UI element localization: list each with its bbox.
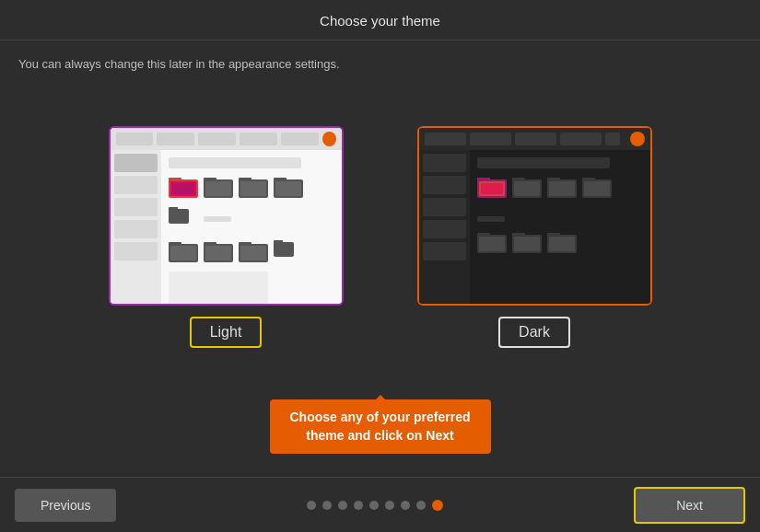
dark-folder2 <box>547 174 577 200</box>
dark-folder3 <box>582 174 612 200</box>
dot-9-active <box>432 500 443 511</box>
dark-file-row-2 <box>477 229 643 255</box>
dark-theme-preview[interactable] <box>417 126 652 306</box>
folder-icon-small2 <box>274 238 303 264</box>
pagination-dots <box>307 500 443 511</box>
svg-rect-20 <box>205 246 231 260</box>
dark-folder6 <box>547 229 577 255</box>
tab3 <box>198 133 236 145</box>
dot-4 <box>354 501 363 510</box>
tab5 <box>281 133 319 145</box>
dot-7 <box>401 501 410 510</box>
folder-icon-dark2 <box>204 238 233 264</box>
address-bar <box>169 157 301 168</box>
dark-label-text: Dark <box>519 324 550 340</box>
file-row-2 <box>169 238 334 264</box>
dark-sidebar-item <box>423 242 466 260</box>
folder-icon-dark2 <box>169 238 198 264</box>
dark-sidebar-item <box>423 176 466 194</box>
dark-sidebar-item <box>423 154 466 172</box>
folder-icon-dark <box>274 174 303 200</box>
dot-3 <box>338 501 347 510</box>
dark-sidebar-item <box>423 220 466 238</box>
light-theme-label: Light <box>190 317 263 348</box>
page-title: Choose your theme <box>0 0 760 40</box>
chevron-icon <box>605 133 620 145</box>
subtitle-text: You can always change this later in the … <box>18 57 340 71</box>
tooltip-box: Choose any of your preferred theme and c… <box>270 399 491 454</box>
sidebar-item <box>114 220 158 238</box>
svg-rect-35 <box>549 181 575 196</box>
svg-rect-32 <box>514 181 540 196</box>
tab2 <box>157 133 194 145</box>
bottom-bar: Previous Next <box>0 477 760 532</box>
tab1 <box>116 133 154 145</box>
folder-icon-dark <box>204 174 233 200</box>
dark-sidebar-item <box>423 198 466 216</box>
dark-tab3 <box>515 133 556 145</box>
sidebar-item <box>114 242 158 260</box>
dot-8 <box>416 501 426 510</box>
folder-icon-dark <box>239 174 268 200</box>
light-theme-option[interactable]: Light <box>109 126 344 348</box>
svg-rect-6 <box>205 181 231 196</box>
themes-container: Light <box>0 126 760 348</box>
sidebar-item <box>114 176 158 194</box>
previous-button[interactable]: Previous <box>15 489 116 522</box>
dot-6 <box>385 501 394 510</box>
dark-file-row-1 <box>477 174 643 222</box>
dot-2 <box>322 501 332 510</box>
dark-folder-special <box>477 174 507 200</box>
previous-label: Previous <box>41 498 90 513</box>
svg-rect-9 <box>240 181 266 196</box>
svg-rect-47 <box>549 237 575 251</box>
light-label-text: Light <box>210 324 242 340</box>
dark-close-btn <box>630 132 645 146</box>
tooltip-text: Choose any of your preferred theme and c… <box>289 410 470 443</box>
svg-rect-3 <box>172 183 194 194</box>
sidebar-item <box>114 198 158 216</box>
next-label: Next <box>676 498 703 513</box>
svg-rect-14 <box>169 207 178 212</box>
dark-theme-label: Dark <box>498 317 570 348</box>
light-theme-preview[interactable] <box>109 126 344 306</box>
subtitle: You can always change this later in the … <box>0 40 760 71</box>
close-btn <box>322 132 336 146</box>
dot-1 <box>307 501 316 510</box>
dark-sidebar <box>419 150 470 304</box>
page-title-text: Choose your theme <box>320 13 440 29</box>
light-titlebar <box>111 128 342 150</box>
svg-rect-38 <box>584 181 610 196</box>
light-content <box>161 150 342 304</box>
dark-tab1 <box>425 133 466 145</box>
dark-folder5 <box>512 229 542 255</box>
svg-rect-25 <box>274 240 283 245</box>
dark-folder1 <box>512 174 542 200</box>
svg-rect-23 <box>240 246 266 260</box>
dark-folder4 <box>477 229 507 255</box>
next-button[interactable]: Next <box>634 487 745 524</box>
dark-address-bar <box>477 157 610 168</box>
svg-rect-44 <box>514 237 540 251</box>
svg-rect-17 <box>170 246 196 260</box>
light-sidebar <box>111 150 161 304</box>
svg-rect-41 <box>479 237 505 251</box>
folder-icon-small <box>169 205 198 231</box>
svg-rect-29 <box>481 183 503 194</box>
dark-theme-option[interactable]: Dark <box>417 126 652 348</box>
folder-icon-special <box>169 174 198 200</box>
dark-tab2 <box>470 133 511 145</box>
dot-5 <box>369 501 379 510</box>
tab4 <box>240 133 277 145</box>
dark-titlebar <box>419 128 650 150</box>
dark-content <box>470 150 650 304</box>
file-row-1 <box>169 174 334 231</box>
sidebar-item <box>114 154 158 172</box>
folder-icon-dark2 <box>239 238 268 264</box>
svg-rect-12 <box>275 181 301 196</box>
dark-tab4 <box>560 133 602 145</box>
